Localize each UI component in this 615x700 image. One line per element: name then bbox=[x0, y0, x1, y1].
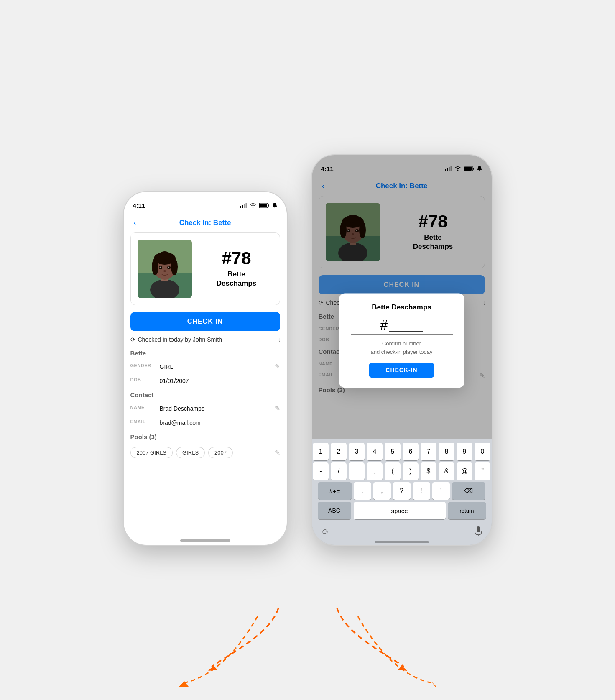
svg-rect-4 bbox=[244, 204, 245, 208]
svg-rect-8 bbox=[259, 204, 267, 207]
left-dob-value: 01/01/2007 bbox=[160, 377, 189, 386]
kb-key-dollar[interactable]: $ bbox=[421, 462, 436, 480]
left-status-bar: 4:11 bbox=[124, 192, 287, 213]
svg-marker-50 bbox=[398, 666, 407, 671]
kb-key-slash[interactable]: / bbox=[331, 462, 347, 480]
kb-key-1[interactable]: 1 bbox=[313, 443, 329, 460]
right-keyboard: 1 2 3 4 5 6 7 8 9 0 - / : ; ( ) $ & bbox=[312, 439, 492, 545]
right-phone: 4:11 bbox=[312, 155, 492, 545]
left-gender-edit-icon[interactable]: ✎ bbox=[275, 363, 280, 370]
left-gender-row: GENDER GIRL ✎ bbox=[130, 360, 280, 374]
kb-row-numbers: 1 2 3 4 5 6 7 8 9 0 bbox=[314, 443, 490, 460]
modal-underline bbox=[389, 331, 423, 332]
left-content: #78 Bette Deschamps CHECK IN ⟳ Checked-i… bbox=[124, 232, 287, 462]
left-back-button[interactable]: ‹ bbox=[130, 216, 140, 229]
signal-icon bbox=[240, 203, 247, 208]
kb-key-backspace[interactable]: ⌫ bbox=[452, 482, 485, 500]
left-player-card: #78 Bette Deschamps bbox=[130, 232, 280, 305]
left-email-value: brad@mail.com bbox=[160, 419, 201, 427]
kb-key-0[interactable]: 0 bbox=[475, 443, 490, 460]
wifi-icon bbox=[250, 203, 256, 208]
modal-hash-row: # bbox=[351, 318, 453, 335]
svg-point-21 bbox=[159, 267, 161, 268]
left-checkin-notice: ⟳ Checked-in today by John Smith t bbox=[130, 336, 280, 343]
svg-point-18 bbox=[171, 258, 178, 275]
svg-point-22 bbox=[168, 267, 169, 268]
kb-key-colon[interactable]: : bbox=[349, 462, 365, 480]
kb-key-rparen[interactable]: ) bbox=[403, 462, 419, 480]
left-gender-label: GENDER bbox=[130, 363, 160, 368]
checkin-notice-text: Checked-in today by John Smith bbox=[138, 336, 222, 343]
left-dob-row: DOB 01/01/2007 bbox=[130, 374, 280, 388]
right-home-bar bbox=[375, 541, 429, 543]
kb-key-at[interactable]: @ bbox=[457, 462, 472, 480]
left-pool-tag-1: 2007 GIRLS bbox=[130, 447, 173, 458]
kb-key-quote[interactable]: " bbox=[475, 462, 490, 480]
kb-key-6[interactable]: 6 bbox=[403, 443, 419, 460]
left-email-label: EMAIL bbox=[130, 419, 160, 424]
svg-marker-1 bbox=[431, 681, 437, 687]
left-player-section: Bette GENDER GIRL ✎ DOB 01/01/2007 bbox=[130, 350, 280, 388]
left-email-row: EMAIL brad@mail.com bbox=[130, 416, 280, 430]
left-name-row: NAME Brad Deschamps ✎ bbox=[130, 402, 280, 416]
kb-key-9[interactable]: 9 bbox=[457, 443, 472, 460]
left-pools-edit-icon[interactable]: ✎ bbox=[275, 449, 280, 457]
kb-key-return[interactable]: return bbox=[448, 502, 486, 519]
kb-key-comma[interactable]: , bbox=[373, 482, 391, 500]
svg-marker-49 bbox=[208, 666, 217, 671]
battery-icon bbox=[259, 203, 269, 208]
kb-key-hashplus[interactable]: #+= bbox=[318, 482, 352, 500]
checkin-t-label: t bbox=[278, 337, 280, 343]
kb-key-3[interactable]: 3 bbox=[349, 443, 365, 460]
kb-key-abc[interactable]: ABC bbox=[318, 502, 351, 519]
left-phone: 4:11 bbox=[124, 192, 287, 545]
left-name-value: Brad Deschamps bbox=[160, 404, 204, 413]
kb-key-lparen[interactable]: ( bbox=[385, 462, 401, 480]
left-gender-value: GIRL bbox=[160, 363, 174, 371]
svg-rect-2 bbox=[240, 206, 241, 208]
svg-point-17 bbox=[152, 258, 158, 275]
left-pool-tag-3: 2007 bbox=[208, 447, 233, 458]
emoji-icon[interactable]: ☺ bbox=[317, 523, 334, 540]
left-home-bar bbox=[180, 539, 230, 542]
kb-icon-row: ☺ bbox=[314, 521, 490, 540]
left-player-photo bbox=[138, 240, 192, 298]
left-nav-title: Check In: Bette bbox=[179, 219, 231, 227]
checkin-modal: Bette Deschamps # Confirm number and che… bbox=[339, 293, 464, 388]
left-name-label: NAME bbox=[130, 404, 160, 410]
svg-point-16 bbox=[159, 251, 171, 260]
kb-row-symbols: - / : ; ( ) $ & @ " bbox=[314, 462, 490, 480]
kb-row-bottom: ABC space return bbox=[314, 502, 490, 519]
left-section-contact-title: Contact bbox=[130, 391, 280, 399]
kb-key-space[interactable]: space bbox=[354, 502, 446, 519]
kb-key-8[interactable]: 8 bbox=[439, 443, 454, 460]
left-section-pools-title: Pools (3) bbox=[130, 433, 280, 440]
kb-key-apos[interactable]: ' bbox=[432, 482, 450, 500]
kb-key-4[interactable]: 4 bbox=[367, 443, 383, 460]
left-checkin-button[interactable]: CHECK IN bbox=[130, 312, 280, 331]
left-player-name: Bette Deschamps bbox=[200, 270, 273, 288]
svg-point-23 bbox=[163, 270, 166, 272]
kb-key-period[interactable]: . bbox=[354, 482, 371, 500]
left-nav-bar: ‹ Check In: Bette bbox=[124, 213, 287, 232]
modal-checkin-button[interactable]: CHECK-IN bbox=[369, 363, 434, 378]
left-player-info: #78 Bette Deschamps bbox=[200, 250, 273, 288]
modal-hash-symbol: # bbox=[380, 318, 388, 332]
svg-rect-9 bbox=[268, 204, 269, 207]
kb-key-semicolon[interactable]: ; bbox=[367, 462, 383, 480]
kb-key-amp[interactable]: & bbox=[439, 462, 454, 480]
kb-key-exclaim[interactable]: ! bbox=[413, 482, 430, 500]
svg-point-6 bbox=[252, 207, 253, 208]
kb-key-2[interactable]: 2 bbox=[331, 443, 347, 460]
mic-icon[interactable] bbox=[470, 523, 487, 540]
kb-key-dash[interactable]: - bbox=[313, 462, 329, 480]
left-pools-section: Pools (3) 2007 GIRLS GIRLS 2007 ✎ bbox=[130, 433, 280, 462]
kb-key-7[interactable]: 7 bbox=[421, 443, 436, 460]
kb-key-5[interactable]: 5 bbox=[385, 443, 401, 460]
modal-title: Bette Deschamps bbox=[351, 303, 453, 312]
left-contact-edit-icon[interactable]: ✎ bbox=[275, 404, 280, 412]
svg-rect-3 bbox=[242, 205, 243, 208]
svg-rect-5 bbox=[245, 203, 247, 208]
kb-key-question[interactable]: ? bbox=[393, 482, 411, 500]
kb-row-misc: #+= . , ? ! ' ⌫ bbox=[314, 482, 490, 500]
